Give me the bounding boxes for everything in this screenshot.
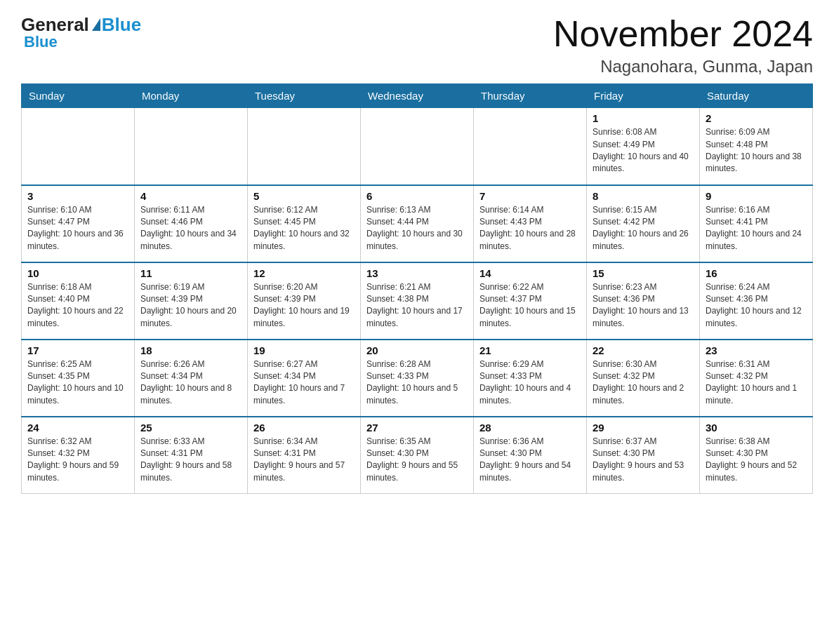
calendar-cell: 27Sunrise: 6:35 AM Sunset: 4:30 PM Dayli… bbox=[361, 417, 474, 494]
day-number: 25 bbox=[140, 422, 241, 434]
day-number: 12 bbox=[253, 267, 355, 279]
day-number: 29 bbox=[593, 422, 694, 434]
calendar-cell bbox=[361, 108, 474, 185]
calendar-cell: 1Sunrise: 6:08 AM Sunset: 4:49 PM Daylig… bbox=[587, 108, 700, 185]
day-info: Sunrise: 6:23 AM Sunset: 4:36 PM Dayligh… bbox=[593, 281, 694, 330]
calendar-cell: 28Sunrise: 6:36 AM Sunset: 4:30 PM Dayli… bbox=[474, 417, 587, 494]
logo: General Blue Blue bbox=[21, 14, 141, 51]
day-info: Sunrise: 6:29 AM Sunset: 4:33 PM Dayligh… bbox=[479, 358, 581, 408]
calendar-cell: 8Sunrise: 6:15 AM Sunset: 4:42 PM Daylig… bbox=[587, 185, 700, 262]
day-number: 15 bbox=[593, 267, 694, 279]
location-title: Naganohara, Gunma, Japan bbox=[553, 57, 813, 76]
calendar-cell bbox=[248, 108, 361, 185]
day-number: 24 bbox=[27, 422, 128, 434]
title-block: November 2024 Naganohara, Gunma, Japan bbox=[553, 14, 813, 76]
logo-blue-line2: Blue bbox=[24, 33, 58, 51]
calendar-cell bbox=[22, 108, 135, 185]
calendar-cell: 4Sunrise: 6:11 AM Sunset: 4:46 PM Daylig… bbox=[135, 185, 248, 262]
day-number: 23 bbox=[706, 344, 807, 356]
calendar-cell: 12Sunrise: 6:20 AM Sunset: 4:39 PM Dayli… bbox=[248, 262, 361, 340]
calendar-cell: 25Sunrise: 6:33 AM Sunset: 4:31 PM Dayli… bbox=[135, 417, 248, 494]
calendar-cell: 13Sunrise: 6:21 AM Sunset: 4:38 PM Dayli… bbox=[361, 262, 474, 340]
day-number: 11 bbox=[140, 267, 241, 279]
day-info: Sunrise: 6:21 AM Sunset: 4:38 PM Dayligh… bbox=[366, 281, 468, 330]
calendar-cell: 26Sunrise: 6:34 AM Sunset: 4:31 PM Dayli… bbox=[248, 417, 361, 494]
day-info: Sunrise: 6:33 AM Sunset: 4:31 PM Dayligh… bbox=[140, 436, 241, 485]
day-number: 7 bbox=[479, 190, 581, 202]
day-info: Sunrise: 6:14 AM Sunset: 4:43 PM Dayligh… bbox=[479, 204, 581, 253]
day-number: 13 bbox=[366, 267, 468, 279]
day-info: Sunrise: 6:31 AM Sunset: 4:32 PM Dayligh… bbox=[706, 358, 807, 408]
calendar-cell: 18Sunrise: 6:26 AM Sunset: 4:34 PM Dayli… bbox=[135, 340, 248, 417]
calendar-cell: 7Sunrise: 6:14 AM Sunset: 4:43 PM Daylig… bbox=[474, 185, 587, 262]
day-number: 28 bbox=[479, 422, 581, 434]
day-info: Sunrise: 6:36 AM Sunset: 4:30 PM Dayligh… bbox=[479, 436, 581, 485]
day-info: Sunrise: 6:13 AM Sunset: 4:44 PM Dayligh… bbox=[366, 204, 468, 253]
calendar-cell: 6Sunrise: 6:13 AM Sunset: 4:44 PM Daylig… bbox=[361, 185, 474, 262]
day-number: 19 bbox=[253, 344, 355, 356]
day-number: 20 bbox=[366, 344, 468, 356]
calendar-header-row: SundayMondayTuesdayWednesdayThursdayFrid… bbox=[22, 84, 813, 108]
day-info: Sunrise: 6:37 AM Sunset: 4:30 PM Dayligh… bbox=[593, 436, 694, 485]
day-header-friday: Friday bbox=[587, 84, 700, 108]
logo-blue-text: Blue bbox=[102, 14, 141, 36]
day-header-tuesday: Tuesday bbox=[248, 84, 361, 108]
day-info: Sunrise: 6:08 AM Sunset: 4:49 PM Dayligh… bbox=[593, 126, 694, 175]
day-info: Sunrise: 6:10 AM Sunset: 4:47 PM Dayligh… bbox=[27, 204, 128, 253]
day-number: 8 bbox=[593, 190, 694, 202]
calendar-cell: 11Sunrise: 6:19 AM Sunset: 4:39 PM Dayli… bbox=[135, 262, 248, 340]
day-number: 14 bbox=[479, 267, 581, 279]
day-info: Sunrise: 6:26 AM Sunset: 4:34 PM Dayligh… bbox=[140, 358, 241, 408]
calendar-cell: 2Sunrise: 6:09 AM Sunset: 4:48 PM Daylig… bbox=[700, 108, 813, 185]
page-header: General Blue Blue November 2024 Naganoha… bbox=[21, 14, 813, 76]
day-header-sunday: Sunday bbox=[22, 84, 135, 108]
day-number: 10 bbox=[27, 267, 128, 279]
day-number: 22 bbox=[593, 344, 694, 356]
month-title: November 2024 bbox=[553, 14, 813, 54]
day-info: Sunrise: 6:12 AM Sunset: 4:45 PM Dayligh… bbox=[253, 204, 355, 253]
day-info: Sunrise: 6:38 AM Sunset: 4:30 PM Dayligh… bbox=[706, 436, 807, 485]
day-header-thursday: Thursday bbox=[474, 84, 587, 108]
day-number: 5 bbox=[253, 190, 355, 202]
calendar-week-row: 1Sunrise: 6:08 AM Sunset: 4:49 PM Daylig… bbox=[22, 108, 813, 185]
calendar-cell: 19Sunrise: 6:27 AM Sunset: 4:34 PM Dayli… bbox=[248, 340, 361, 417]
day-number: 9 bbox=[706, 190, 807, 202]
calendar-cell: 16Sunrise: 6:24 AM Sunset: 4:36 PM Dayli… bbox=[700, 262, 813, 340]
calendar-cell: 24Sunrise: 6:32 AM Sunset: 4:32 PM Dayli… bbox=[22, 417, 135, 494]
day-info: Sunrise: 6:28 AM Sunset: 4:33 PM Dayligh… bbox=[366, 358, 468, 408]
day-info: Sunrise: 6:30 AM Sunset: 4:32 PM Dayligh… bbox=[593, 358, 694, 408]
calendar-week-row: 17Sunrise: 6:25 AM Sunset: 4:35 PM Dayli… bbox=[22, 340, 813, 417]
day-info: Sunrise: 6:32 AM Sunset: 4:32 PM Dayligh… bbox=[27, 436, 128, 485]
day-info: Sunrise: 6:34 AM Sunset: 4:31 PM Dayligh… bbox=[253, 436, 355, 485]
day-info: Sunrise: 6:18 AM Sunset: 4:40 PM Dayligh… bbox=[27, 281, 128, 330]
day-number: 4 bbox=[140, 190, 241, 202]
day-info: Sunrise: 6:16 AM Sunset: 4:41 PM Dayligh… bbox=[706, 204, 807, 253]
calendar-week-row: 3Sunrise: 6:10 AM Sunset: 4:47 PM Daylig… bbox=[22, 185, 813, 262]
day-number: 17 bbox=[27, 344, 128, 356]
day-info: Sunrise: 6:19 AM Sunset: 4:39 PM Dayligh… bbox=[140, 281, 241, 330]
calendar-cell bbox=[474, 108, 587, 185]
day-info: Sunrise: 6:11 AM Sunset: 4:46 PM Dayligh… bbox=[140, 204, 241, 253]
day-number: 2 bbox=[706, 112, 807, 124]
day-number: 30 bbox=[706, 422, 807, 434]
calendar-cell: 20Sunrise: 6:28 AM Sunset: 4:33 PM Dayli… bbox=[361, 340, 474, 417]
calendar-cell: 22Sunrise: 6:30 AM Sunset: 4:32 PM Dayli… bbox=[587, 340, 700, 417]
day-info: Sunrise: 6:24 AM Sunset: 4:36 PM Dayligh… bbox=[706, 281, 807, 330]
calendar-cell: 9Sunrise: 6:16 AM Sunset: 4:41 PM Daylig… bbox=[700, 185, 813, 262]
day-header-monday: Monday bbox=[135, 84, 248, 108]
day-number: 27 bbox=[366, 422, 468, 434]
day-header-saturday: Saturday bbox=[700, 84, 813, 108]
calendar-cell: 23Sunrise: 6:31 AM Sunset: 4:32 PM Dayli… bbox=[700, 340, 813, 417]
day-number: 3 bbox=[27, 190, 128, 202]
day-info: Sunrise: 6:25 AM Sunset: 4:35 PM Dayligh… bbox=[27, 358, 128, 408]
day-info: Sunrise: 6:27 AM Sunset: 4:34 PM Dayligh… bbox=[253, 358, 355, 408]
day-number: 18 bbox=[140, 344, 241, 356]
calendar-cell: 30Sunrise: 6:38 AM Sunset: 4:30 PM Dayli… bbox=[700, 417, 813, 494]
calendar-table: SundayMondayTuesdayWednesdayThursdayFrid… bbox=[21, 83, 813, 494]
calendar-week-row: 24Sunrise: 6:32 AM Sunset: 4:32 PM Dayli… bbox=[22, 417, 813, 494]
day-info: Sunrise: 6:35 AM Sunset: 4:30 PM Dayligh… bbox=[366, 436, 468, 485]
calendar-cell: 5Sunrise: 6:12 AM Sunset: 4:45 PM Daylig… bbox=[248, 185, 361, 262]
day-number: 26 bbox=[253, 422, 355, 434]
calendar-cell bbox=[135, 108, 248, 185]
day-number: 6 bbox=[366, 190, 468, 202]
